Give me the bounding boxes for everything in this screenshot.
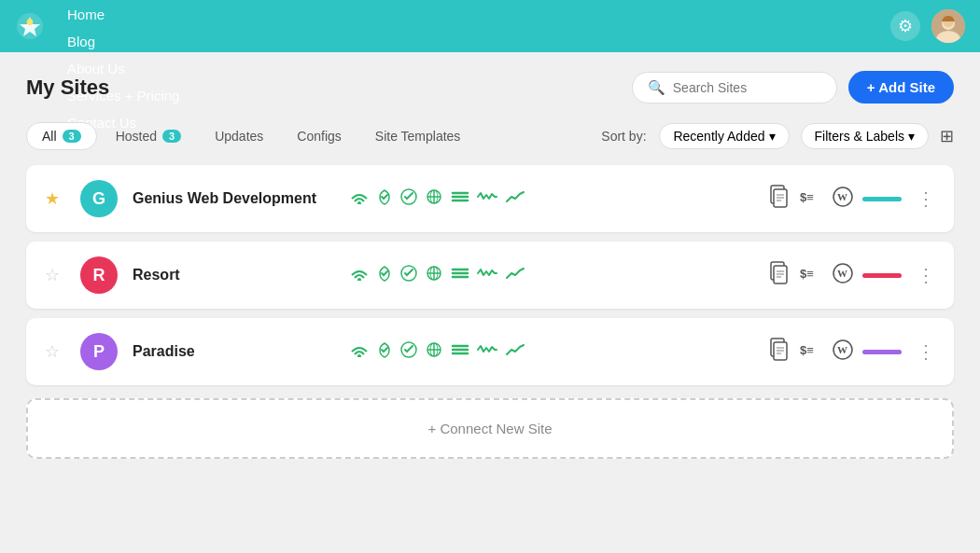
gear-button[interactable]: ⚙ xyxy=(890,11,920,41)
wordpress-icon[interactable]: W xyxy=(833,263,853,287)
site-avatar[interactable]: R xyxy=(80,256,118,294)
billing-icon[interactable]: $≡ xyxy=(799,187,823,211)
chevron-down-icon: ▾ xyxy=(908,129,915,144)
page-title: My Sites xyxy=(26,76,632,100)
chart-icon[interactable] xyxy=(505,343,525,360)
site-color-bar xyxy=(862,273,902,278)
chart-icon[interactable] xyxy=(505,190,525,207)
svg-text:$≡: $≡ xyxy=(800,267,814,281)
globe-icon[interactable] xyxy=(425,342,443,361)
filter-tab-updates[interactable]: Updates xyxy=(200,123,278,149)
nav-logo[interactable] xyxy=(15,11,45,41)
site-avatar[interactable]: P xyxy=(80,333,118,370)
globe-icon[interactable] xyxy=(425,189,443,208)
site-actions: $≡W⋮ xyxy=(769,185,935,213)
filter-tab-site-templates[interactable]: Site Templates xyxy=(360,123,476,149)
document-icon[interactable] xyxy=(769,261,790,289)
site-row: ★GGenius Web Development$≡W⋮ xyxy=(26,165,954,232)
site-status-icons xyxy=(350,188,754,209)
lines-icon[interactable] xyxy=(451,190,469,207)
add-site-button[interactable]: + Add Site xyxy=(848,71,954,104)
site-row: ☆RResort$≡W⋮ xyxy=(26,242,954,309)
filter-count: 3 xyxy=(63,130,81,143)
filter-tab-configs[interactable]: Configs xyxy=(282,123,356,149)
svg-point-23 xyxy=(357,278,361,281)
lines-icon[interactable] xyxy=(451,267,469,283)
user-avatar[interactable] xyxy=(931,9,965,43)
site-actions: $≡W⋮ xyxy=(769,261,935,289)
sites-list: ★GGenius Web Development$≡W⋮☆RResort$≡W⋮… xyxy=(26,165,954,394)
navbar: SitesPluginsBillingHomeBlogAbout UsServi… xyxy=(0,0,980,52)
site-name: Resort xyxy=(133,267,335,283)
billing-icon[interactable]: $≡ xyxy=(799,340,823,364)
svg-text:$≡: $≡ xyxy=(800,190,814,204)
site-status-icons xyxy=(350,341,754,362)
circle-check-icon[interactable] xyxy=(400,188,417,209)
search-box[interactable]: 🔍 xyxy=(632,72,837,104)
filter-count: 3 xyxy=(162,130,181,143)
add-site-label: + Add Site xyxy=(867,79,935,95)
svg-text:W: W xyxy=(837,191,847,202)
pulse-icon[interactable] xyxy=(477,343,497,360)
top-bar: My Sites 🔍 + Add Site xyxy=(26,71,954,104)
search-input[interactable] xyxy=(673,80,821,95)
site-more-menu[interactable]: ⋮ xyxy=(917,264,935,286)
shield-check-icon[interactable] xyxy=(376,341,393,362)
site-name: Paradise xyxy=(133,343,335,360)
site-more-menu[interactable]: ⋮ xyxy=(917,187,935,210)
site-star[interactable]: ★ xyxy=(45,188,65,209)
pulse-icon[interactable] xyxy=(477,267,497,283)
cloud-icon[interactable] xyxy=(350,266,369,284)
site-avatar[interactable]: G xyxy=(80,180,118,217)
shield-check-icon[interactable] xyxy=(376,188,393,209)
lines-icon[interactable] xyxy=(451,343,469,360)
svg-text:$≡: $≡ xyxy=(800,343,814,357)
circle-check-icon[interactable] xyxy=(400,341,417,362)
wordpress-icon[interactable]: W xyxy=(833,339,853,364)
chart-icon[interactable] xyxy=(505,267,525,283)
document-icon[interactable] xyxy=(769,185,790,213)
site-color-bar xyxy=(862,197,902,201)
site-star[interactable]: ☆ xyxy=(45,265,65,285)
nav-items: SitesPluginsBillingHomeBlogAbout UsServi… xyxy=(56,0,190,136)
nav-item-home[interactable]: Home xyxy=(56,1,190,28)
sort-dropdown[interactable]: Recently Added ▾ xyxy=(659,123,789,149)
site-name: Genius Web Development xyxy=(133,190,335,207)
document-icon[interactable] xyxy=(769,338,790,366)
svg-text:W: W xyxy=(837,268,847,279)
cloud-icon[interactable] xyxy=(350,189,369,208)
site-more-menu[interactable]: ⋮ xyxy=(917,340,935,363)
svg-point-6 xyxy=(357,201,361,204)
cloud-icon[interactable] xyxy=(350,342,369,361)
site-actions: $≡W⋮ xyxy=(769,338,935,366)
billing-icon[interactable]: $≡ xyxy=(799,264,823,287)
nav-item-blog[interactable]: Blog xyxy=(56,28,190,55)
wordpress-icon[interactable]: W xyxy=(833,187,853,211)
filter-tab-hosted[interactable]: Hosted3 xyxy=(101,123,196,149)
chevron-down-icon: ▾ xyxy=(769,129,776,144)
filter-tab-all[interactable]: All3 xyxy=(26,122,97,150)
grid-view-button[interactable]: ⊞ xyxy=(940,126,954,146)
svg-point-40 xyxy=(357,354,361,357)
filters-labels-button[interactable]: Filters & Labels ▾ xyxy=(801,123,929,149)
site-star[interactable]: ☆ xyxy=(45,341,65,362)
filter-bar: All3Hosted3UpdatesConfigsSite Templates … xyxy=(26,122,954,150)
shield-check-icon[interactable] xyxy=(376,265,393,285)
pulse-icon[interactable] xyxy=(477,190,497,207)
site-row: ☆PParadise$≡W⋮ xyxy=(26,318,954,385)
connect-new-site-button[interactable]: + Connect New Site xyxy=(26,398,954,459)
search-icon: 🔍 xyxy=(648,79,665,96)
sort-by-label: Sort by: xyxy=(601,129,655,144)
circle-check-icon[interactable] xyxy=(400,265,417,285)
globe-icon[interactable] xyxy=(425,266,443,284)
site-status-icons xyxy=(350,265,754,285)
svg-text:W: W xyxy=(837,344,847,355)
site-color-bar xyxy=(862,350,902,354)
